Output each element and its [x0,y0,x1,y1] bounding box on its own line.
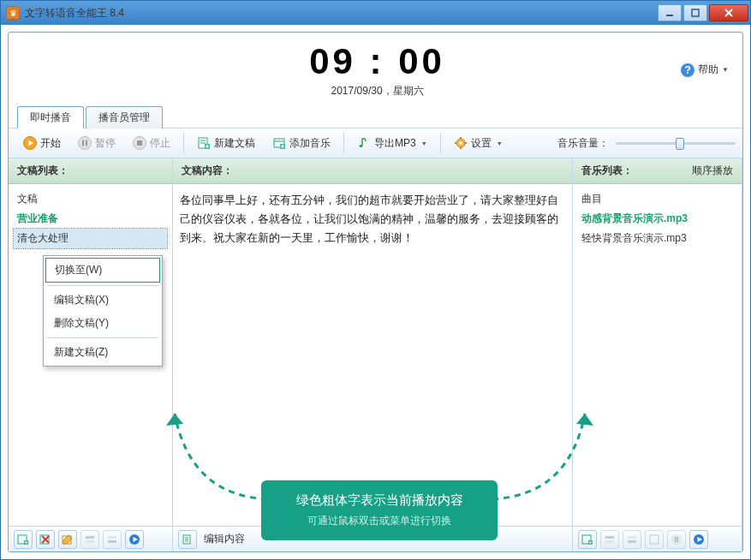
separator [343,133,344,153]
play-order-label[interactable]: 顺序播放 [692,164,733,178]
play-button[interactable]: 开始 [15,132,69,155]
export-mp3-button[interactable]: 导出MP3 ▼ [349,132,435,155]
btn-label: 添加音乐 [289,136,331,151]
music-header: 音乐列表： 顺序播放 [573,158,742,184]
title-bar: ♛ 文字转语音全能王 8.4 [1,1,750,25]
svg-rect-37 [86,536,94,539]
chevron-down-icon: ▼ [421,140,427,146]
svg-point-24 [459,141,462,145]
separator [183,133,184,153]
window-title: 文字转语音全能王 8.4 [25,6,656,21]
svg-rect-38 [86,540,94,543]
settings-button[interactable]: 设置 ▼ [446,132,510,155]
separator [440,133,441,153]
music-up-button[interactable] [623,530,641,549]
tab-label: 播音员管理 [98,111,150,123]
music-panel: 音乐列表： 顺序播放 曲目 动感背景音乐演示.mp3 轻快背景音乐演示.mp3 [573,158,742,551]
btn-label: 导出MP3 [374,136,416,151]
stop-button[interactable]: 停止 [125,132,178,155]
music-item[interactable]: 动感背景音乐演示.mp3 [578,209,736,229]
header-center: 09 : 00 2017/09/30，星期六 [74,41,681,98]
svg-rect-7 [82,140,84,146]
add-music-list-button[interactable] [578,530,597,549]
move-down-button[interactable] [103,530,122,549]
cm-label: 切换至(W) [55,264,102,276]
help-label: 帮助 [698,63,718,77]
play-list-button[interactable] [125,530,144,549]
add-music-button[interactable]: 添加音乐 [265,132,338,155]
main-toolbar: 开始 暂停 停止 新建文稿 添加音乐 [9,128,742,158]
stop-icon [133,136,146,150]
gear-icon [454,136,468,150]
svg-rect-52 [605,540,614,543]
music-item[interactable]: 轻快背景音乐演示.mp3 [578,229,736,248]
list-group-label: 文稿 [14,189,167,209]
document-item[interactable]: 营业准备 [14,209,167,229]
btn-label: 暂停 [95,136,116,151]
callout-title: 绿色粗体字表示当前播放内容 [277,492,482,509]
cm-separator [47,337,158,338]
btn-label: 新建文稿 [214,136,255,151]
item-label: 营业准备 [17,212,58,224]
minimize-button[interactable] [658,4,682,21]
date-display: 2017/09/30，星期六 [74,84,681,98]
cm-label: 编辑文稿(X) [54,294,109,306]
svg-point-56 [671,534,682,545]
cm-separator [47,285,158,286]
cm-label: 删除文稿(Y) [54,317,109,329]
btn-label: 开始 [40,136,61,151]
edit-list-button[interactable] [58,530,77,549]
svg-rect-57 [675,537,676,542]
document-item[interactable]: 清仓大处理 [14,229,167,248]
music-down-button[interactable] [645,530,664,549]
move-up-button[interactable] [80,530,99,549]
cm-delete-doc[interactable]: 删除文稿(Y) [45,312,160,335]
volume-slider[interactable] [616,135,736,151]
slider-thumb[interactable] [676,138,684,150]
pause-button[interactable]: 暂停 [70,132,123,155]
app-window: ♛ 文字转语音全能王 8.4 09 : 00 2017/09/30，星期六 ? … [0,0,751,560]
chevron-down-icon: ▼ [497,140,503,146]
tab-label: 即时播音 [30,111,71,123]
cm-switch-to[interactable]: 切换至(W) [45,258,160,283]
volume-label: 音乐音量： [557,136,609,151]
document-text[interactable]: 各位同事早上好，还有五分钟，我们的超市就要开始营业了，请大家整理好自己的仪容仪表… [178,189,567,249]
col-head-label: 文稿内容： [182,164,233,178]
tab-strip: 即时播音 播音员管理 [9,106,742,128]
svg-point-22 [360,145,363,147]
context-menu[interactable]: 切换至(W) 编辑文稿(X) 删除文稿(Y) 新建文稿(Z) [43,255,163,366]
cm-edit-doc[interactable]: 编辑文稿(X) [45,289,160,312]
col-head-label: 音乐列表： [581,164,633,178]
svg-rect-10 [137,140,142,146]
add-list-button[interactable] [14,530,33,549]
svg-rect-58 [677,537,679,542]
remove-list-button[interactable] [36,530,55,549]
music-pause-button[interactable] [667,530,686,549]
remove-music-button[interactable] [600,530,619,549]
item-label: 清仓大处理 [17,232,69,244]
music-list[interactable]: 曲目 动感背景音乐演示.mp3 轻快背景音乐演示.mp3 [573,184,742,526]
new-document-button[interactable]: 新建文稿 [189,132,263,155]
svg-rect-1 [692,9,699,16]
tab-instant-broadcast[interactable]: 即时播音 [17,106,84,128]
help-icon: ? [681,63,694,77]
svg-rect-39 [108,536,116,539]
svg-rect-54 [628,540,636,543]
svg-rect-8 [86,140,87,146]
maximize-button[interactable] [683,4,707,21]
play-icon [23,136,37,150]
help-button[interactable]: ? 帮助 ▼ [681,63,729,77]
edit-content-button[interactable] [178,530,197,549]
cm-label: 新建文稿(Z) [54,346,108,358]
callout-subtitle: 可通过鼠标双击或菜单进行切换 [277,514,482,528]
tab-announcer-mgmt[interactable]: 播音员管理 [86,106,163,128]
cm-new-doc[interactable]: 新建文稿(Z) [45,341,160,364]
music-play-button[interactable] [689,530,708,549]
window-buttons [656,4,748,21]
clock-display: 09 : 00 [74,41,681,82]
new-document-icon [197,136,211,150]
header-area: 09 : 00 2017/09/30，星期六 ? 帮助 ▼ [9,33,742,104]
close-button[interactable] [709,4,748,21]
content-header: 文稿内容： [173,158,572,184]
svg-rect-40 [108,540,116,543]
